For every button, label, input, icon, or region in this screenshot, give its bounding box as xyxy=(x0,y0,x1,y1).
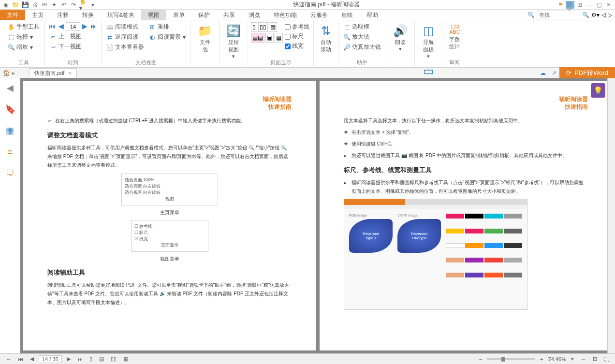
search-toggle-icon[interactable]: 🔍 xyxy=(527,12,535,18)
reverse-read-button[interactable]: ⇄逆序阅读 xyxy=(104,32,146,42)
tab-browse[interactable]: 浏览 xyxy=(242,10,267,20)
nav-prev-icon[interactable]: ◁ xyxy=(601,12,606,18)
linewidth-checkbox[interactable]: 线宽 xyxy=(284,42,310,51)
rotate-view-button[interactable]: 🔄旋转 视图▾ xyxy=(222,22,245,61)
user-badge[interactable]: 小狮子. xyxy=(566,1,574,9)
autoscroll-button[interactable]: ⇅自动 滚动 xyxy=(317,22,335,55)
search-go-icon[interactable]: 🔍 xyxy=(582,12,589,18)
sb-page-indicator[interactable]: 14 / 35 xyxy=(39,355,62,363)
next-page-icon[interactable]: ▶ xyxy=(81,22,88,31)
sb-zoom-dropdown-icon[interactable]: ▾ xyxy=(569,356,576,362)
layout-single-icon[interactable]: ▯ xyxy=(251,22,257,32)
document-tab[interactable]: 快速指南.pdf × xyxy=(29,68,77,78)
read-bg-button[interactable]: ◐阅读背景 ▾ xyxy=(147,32,188,42)
tab-comment[interactable]: 注释 xyxy=(50,10,75,20)
settings-gear-icon[interactable]: ⚙▾ xyxy=(591,12,600,18)
page-number-input[interactable] xyxy=(66,22,80,31)
sb-zoomout-icon[interactable]: − xyxy=(477,356,484,362)
sb-layout4-icon[interactable]: ▦ xyxy=(121,356,130,362)
tab-view[interactable]: 视图 xyxy=(141,10,166,20)
qat-mail-icon[interactable]: ✉ xyxy=(41,1,48,9)
sb-fitpage-icon[interactable]: ⊞ xyxy=(591,356,599,362)
qat-undo-icon[interactable]: ↶ xyxy=(60,1,68,9)
sb-layout1-icon[interactable]: ▯ xyxy=(88,356,94,362)
sb-prev-icon[interactable]: ◀ xyxy=(28,356,36,362)
read-mode-button[interactable]: 📖阅读模式 xyxy=(104,22,146,31)
flag-icon[interactable]: ⚑ xyxy=(556,1,565,9)
sidebar-collapse-icon[interactable]: ◀ xyxy=(4,82,16,94)
tab-convert[interactable]: 转换 xyxy=(75,10,101,20)
pdf-to-word-button[interactable]: ⟳ PDF转Word xyxy=(559,67,615,79)
qat-more-icon[interactable]: ▾ xyxy=(89,1,97,9)
sb-layout3-icon[interactable]: ▯▯ xyxy=(109,356,118,362)
layout-facing-icon[interactable]: ▯▯ xyxy=(258,22,268,32)
maximize-icon[interactable]: ▢ xyxy=(595,1,603,9)
tab-fillsign[interactable]: 填写&签名 xyxy=(101,10,141,20)
tab-cloud[interactable]: 云服务 xyxy=(304,10,335,20)
layers-icon[interactable]: ≡ xyxy=(4,146,16,158)
qat-print-icon[interactable]: 🖨 xyxy=(31,1,39,9)
qat-open-icon[interactable]: 📁 xyxy=(12,1,19,9)
qat-hand-icon[interactable]: ✋▾ xyxy=(79,1,87,9)
sb-size-icon[interactable]: ↔ xyxy=(4,356,13,362)
tab-slideshow[interactable]: 放映 xyxy=(335,10,360,20)
text-viewer-button[interactable]: 📄文本查看器 xyxy=(104,43,146,52)
tab-protect[interactable]: 保护 xyxy=(191,10,217,20)
nav-next-icon[interactable]: ▷ xyxy=(608,12,612,18)
qat-redo-icon[interactable]: ↷ xyxy=(70,1,77,9)
minimize-icon[interactable]: — xyxy=(585,1,594,9)
read-aloud-button[interactable]: 🔊朗读▾ xyxy=(389,22,411,54)
guides-checkbox[interactable]: 参考线 xyxy=(284,22,310,31)
sb-layout2-icon[interactable]: ▤ xyxy=(97,356,106,362)
vertical-scrollbar[interactable] xyxy=(607,78,615,353)
wordcount-button[interactable]: 123ABC字数 统计 xyxy=(445,22,464,52)
reflow-button[interactable]: ⊞重排 xyxy=(147,22,188,31)
bookmarks-icon[interactable]: 🔖 xyxy=(4,103,16,115)
collapse-ribbon-icon[interactable]: ⊞ xyxy=(575,1,584,9)
file-package-button[interactable]: 📁文件 包 xyxy=(194,22,216,55)
magnifier-button[interactable]: 🔍放大镜 xyxy=(341,32,383,42)
qat-save-icon[interactable]: 💾 xyxy=(21,1,29,9)
tab-file[interactable]: 文件 xyxy=(0,10,25,20)
start-icon[interactable]: 🏠 xyxy=(3,70,10,76)
layout-cover-icon[interactable]: ▣ xyxy=(265,33,274,43)
page-nav: ⏮ ◀ ▶ ⏭ xyxy=(48,22,98,31)
layout-split-icon[interactable]: ▦ xyxy=(275,33,283,43)
comments-icon[interactable]: 🗨 xyxy=(4,167,16,179)
prev-page-icon[interactable]: ◀ xyxy=(58,22,65,31)
marquee-button[interactable]: ⬚选取框 xyxy=(341,22,383,31)
sb-zoomin-icon[interactable]: + xyxy=(538,356,545,362)
tab-home[interactable]: 主页 xyxy=(25,10,50,20)
sb-first-icon[interactable]: ⏮ xyxy=(16,356,25,362)
tab-close-icon[interactable]: × xyxy=(68,70,71,76)
share-icon[interactable]: ↗ xyxy=(549,70,559,76)
sb-next-icon[interactable]: ▶ xyxy=(65,356,73,362)
layout-cont-facing-icon[interactable]: ▤▤ xyxy=(251,33,264,43)
tab-help[interactable]: 帮助 xyxy=(360,10,385,20)
tab-share[interactable]: 共享 xyxy=(217,10,242,20)
prev-view-button[interactable]: ⤺上一视图 xyxy=(48,32,98,41)
layout-continuous-icon[interactable]: ▤ xyxy=(269,22,277,32)
qat-new-icon[interactable]: ✦ xyxy=(50,1,58,9)
ruler-checkbox[interactable]: 标尺 xyxy=(284,32,310,41)
thumbnails-icon[interactable]: ▦ xyxy=(4,125,16,136)
select-tool-button[interactable]: ⬚选择 ▾ xyxy=(6,32,42,42)
tab-features[interactable]: 特色功能 xyxy=(267,10,304,20)
sb-last-icon[interactable]: ⏭ xyxy=(75,356,85,362)
zoom-slider[interactable] xyxy=(487,358,535,360)
sb-fitwidth-icon[interactable]: ↔ xyxy=(579,356,588,362)
next-view-button[interactable]: ⤻下一视图 xyxy=(48,42,98,51)
hand-tool-button[interactable]: ✋手型工具 xyxy=(6,22,42,31)
search-input[interactable] xyxy=(537,11,580,19)
tips-lightbulb-icon[interactable]: 💡 xyxy=(591,83,605,98)
loupe-button[interactable]: 🔎仿真放大镜 xyxy=(341,43,383,52)
sb-fullscreen-icon[interactable]: ⛶ xyxy=(602,356,611,362)
tab-form[interactable]: 表单 xyxy=(166,10,191,20)
last-page-icon[interactable]: ⏭ xyxy=(89,22,98,31)
nav-panel-button[interactable]: ◫导航 面板▾ xyxy=(418,22,439,61)
expand-icon[interactable]: ▸ xyxy=(12,70,15,76)
zoom-tool-button[interactable]: 🔍缩放 ▾ xyxy=(6,43,42,52)
first-page-icon[interactable]: ⏮ xyxy=(48,22,57,31)
cloud-sync-icon[interactable]: ☁ xyxy=(537,70,549,76)
close-icon[interactable]: ✕ xyxy=(604,1,613,9)
